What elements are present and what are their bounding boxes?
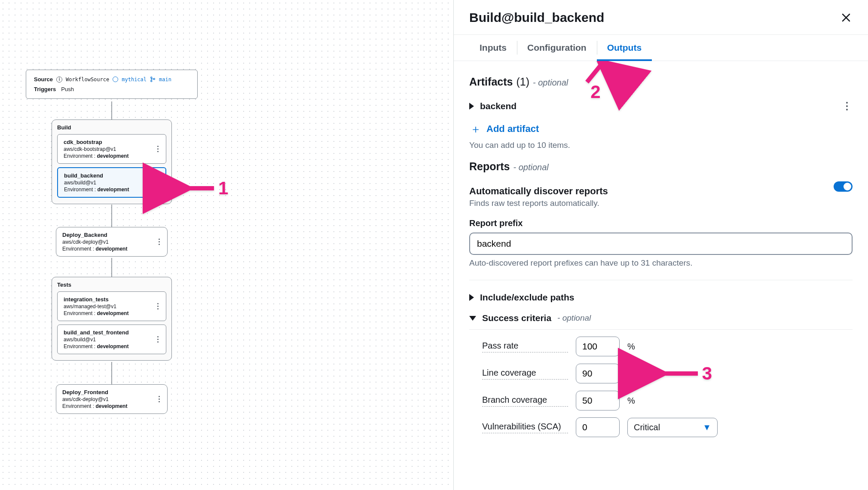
vuln-severity-select[interactable]: Critical ▼: [627, 418, 718, 437]
collapse-caret-icon[interactable]: [469, 316, 476, 321]
success-criteria-label[interactable]: Success criteria: [482, 313, 551, 323]
source-repo[interactable]: mythical: [122, 77, 147, 83]
branch-icon: [150, 77, 156, 82]
artifact-name: backend: [480, 101, 517, 111]
connector: [111, 362, 112, 384]
plus-icon: ＋: [470, 123, 481, 135]
svg-point-1: [151, 80, 152, 82]
workflow-canvas[interactable]: Source i WorkflowSource mythical main Tr…: [0, 0, 453, 490]
kebab-icon[interactable]: [841, 99, 853, 113]
group-tests: Tests integration_tests aws/managed-test…: [52, 277, 172, 361]
divider: [469, 329, 853, 330]
kebab-icon[interactable]: [154, 393, 164, 406]
expand-caret-icon[interactable]: [469, 103, 474, 110]
add-artifact-button[interactable]: ＋ Add artifact: [469, 119, 853, 138]
connector: [111, 101, 112, 119]
include-exclude-label[interactable]: Include/exclude paths: [480, 292, 574, 303]
svg-point-0: [151, 77, 152, 78]
panel-title: Build@build_backend: [469, 10, 604, 25]
annotation-arrow-1: 1: [180, 178, 228, 199]
chevron-down-icon: ▼: [703, 423, 711, 432]
tabs: Inputs Configuration Outputs: [454, 35, 868, 61]
node-title: Deploy_Frontend: [62, 389, 161, 395]
svg-point-2: [153, 78, 155, 80]
node-sub: aws/build@v1: [64, 180, 159, 186]
node-deploy-backend[interactable]: Deploy_Backend aws/cdk-deploy@v1 Environ…: [56, 227, 168, 257]
node-cdk-bootstrap[interactable]: cdk_bootstrap aws/cdk-bootstrap@v1 Envir…: [57, 134, 166, 164]
unit: %: [627, 396, 635, 406]
triggers-value: Push: [61, 86, 74, 92]
divider: [469, 280, 853, 280]
kebab-icon[interactable]: [153, 333, 162, 346]
node-sub: aws/cdk-deploy@v1: [62, 396, 161, 402]
unit: %: [627, 369, 635, 379]
group-build: Build cdk_bootstrap aws/cdk-bootstrap@v1…: [52, 119, 172, 204]
artifact-row[interactable]: backend: [469, 95, 853, 119]
node-build-backend[interactable]: build_backend aws/build@v1 Environment :…: [57, 167, 166, 198]
pass-rate-label: Pass rate: [482, 341, 568, 352]
report-prefix-help: Auto-discovered report prefixes can have…: [469, 258, 853, 268]
branch-coverage-label: Branch coverage: [482, 395, 568, 407]
node-build-test-frontend[interactable]: build_and_test_frontend aws/build@v1 Env…: [57, 325, 166, 354]
side-panel: Build@build_backend Inputs Configuration…: [453, 0, 868, 490]
annotation-arrow-3: 3: [656, 363, 712, 384]
auto-discover-label: Automatically discover reports: [469, 186, 608, 197]
node-title: cdk_bootstrap: [64, 139, 160, 145]
group-title: Build: [57, 124, 166, 131]
artifact-helper: You can add up to 10 items.: [469, 141, 853, 150]
node-title: Deploy_Backend: [62, 232, 161, 238]
connector: [111, 205, 112, 227]
pass-rate-input[interactable]: [576, 337, 620, 356]
tab-outputs[interactable]: Outputs: [597, 35, 652, 61]
kebab-icon[interactable]: [154, 236, 164, 248]
report-prefix-label: Report prefix: [469, 218, 853, 228]
node-title: build_and_test_frontend: [64, 329, 160, 336]
report-prefix-input[interactable]: [469, 233, 853, 255]
branch-coverage-input[interactable]: [576, 391, 620, 410]
tab-inputs[interactable]: Inputs: [469, 35, 517, 61]
repo-icon: [113, 77, 118, 82]
node-sub: aws/cdk-deploy@v1: [62, 239, 161, 245]
kebab-icon[interactable]: [153, 300, 162, 313]
kebab-icon[interactable]: [153, 176, 162, 189]
unit: %: [627, 342, 635, 352]
node-integration-tests[interactable]: integration_tests aws/managed-test@v1 En…: [57, 291, 166, 321]
triggers-label: Triggers: [34, 86, 56, 92]
line-coverage-label: Line coverage: [482, 368, 568, 380]
node-title: build_backend: [64, 172, 159, 179]
auto-discover-help: Finds raw test reports automatically.: [469, 199, 608, 208]
info-icon[interactable]: i: [56, 77, 62, 83]
svg-line-4: [587, 64, 602, 82]
group-title: Tests: [57, 282, 166, 288]
source-name: WorkflowSource: [66, 77, 109, 83]
connector: [111, 258, 112, 277]
node-sub: aws/build@v1: [64, 337, 160, 343]
reports-heading: Reports - optional: [469, 160, 853, 173]
annotation-arrow-2: 2: [583, 61, 608, 102]
auto-discover-toggle[interactable]: [834, 181, 853, 192]
node-sub: aws/managed-test@v1: [64, 303, 160, 309]
node-deploy-frontend[interactable]: Deploy_Frontend aws/cdk-deploy@v1 Enviro…: [56, 384, 168, 414]
artifacts-heading: Artifacts (1) - optional: [469, 76, 853, 88]
expand-caret-icon[interactable]: [469, 294, 474, 301]
source-branch[interactable]: main: [159, 77, 171, 83]
close-icon[interactable]: [840, 11, 853, 24]
vuln-input[interactable]: [576, 417, 620, 437]
line-coverage-input[interactable]: [576, 364, 620, 383]
node-sub: aws/cdk-bootstrap@v1: [64, 146, 160, 152]
vuln-label: Vulnerabilities (SCA): [482, 422, 568, 433]
node-title: integration_tests: [64, 296, 160, 303]
kebab-icon[interactable]: [153, 143, 162, 156]
tab-configuration[interactable]: Configuration: [517, 35, 597, 61]
source-node[interactable]: Source i WorkflowSource mythical main Tr…: [26, 70, 198, 99]
source-label: Source: [34, 76, 53, 83]
